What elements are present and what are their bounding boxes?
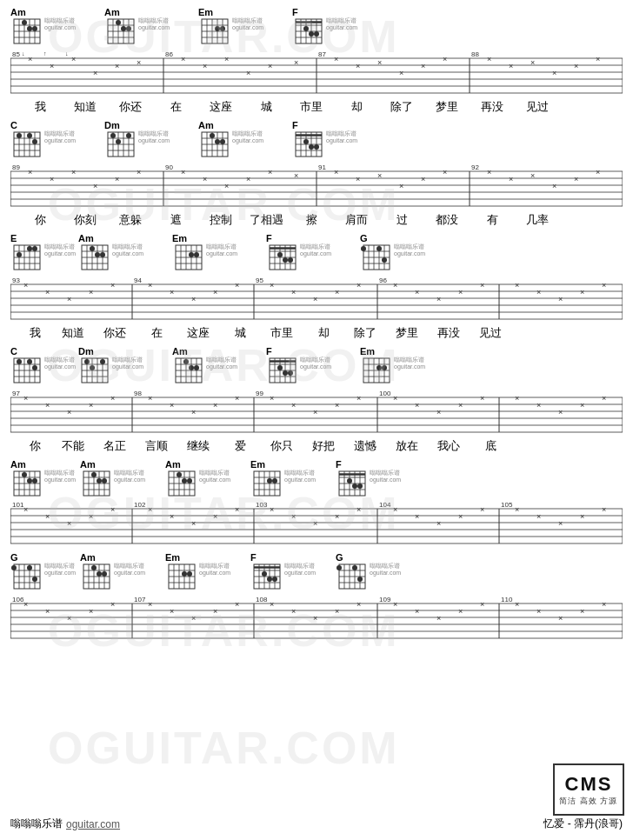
svg-point-468 [27, 565, 32, 570]
svg-point-489 [182, 571, 187, 577]
chord-diagram-em3 [360, 357, 393, 388]
svg-text:×: × [270, 281, 274, 290]
chord-site: 嗡嗡嗡乐谱oguitar.com [284, 470, 316, 484]
svg-text:×: × [509, 175, 513, 183]
chord-label: Am [165, 459, 181, 470]
lyric-char: 再没 [470, 99, 515, 115]
svg-point-19 [116, 20, 121, 25]
chord-site: 嗡嗡嗡乐谱oguitar.com [44, 357, 76, 371]
chord-site: 嗡嗡嗡乐谱oguitar.com [232, 17, 263, 32]
svg-text:×: × [487, 168, 491, 177]
svg-text:98: 98 [134, 390, 142, 397]
svg-text:×: × [294, 171, 298, 180]
lyric-char: 你刻 [63, 212, 108, 228]
lyric-char: 再没 [428, 325, 470, 341]
svg-point-513 [357, 577, 363, 582]
svg-text:87: 87 [318, 50, 326, 58]
svg-text:×: × [170, 607, 174, 616]
svg-text:×: × [421, 175, 425, 183]
tab-staff-5: 101 102 103 104 105 × × × × × × × × × × … [10, 502, 623, 545]
svg-point-211 [277, 252, 283, 257]
lyric-char: 知道 [52, 325, 94, 341]
svg-point-415 [352, 483, 357, 489]
svg-text:×: × [270, 505, 274, 514]
chord-label: C [10, 120, 17, 130]
svg-text:×: × [515, 505, 519, 514]
chord-diagram-g2 [10, 563, 43, 594]
chord-label: Em [172, 233, 187, 243]
svg-text:×: × [399, 182, 403, 190]
chord-label: F [292, 7, 298, 17]
svg-point-490 [187, 571, 192, 577]
svg-point-296 [183, 359, 189, 364]
svg-point-128 [303, 139, 309, 144]
svg-text:×: × [574, 62, 578, 70]
svg-text:×: × [270, 600, 274, 609]
svg-point-276 [32, 365, 37, 370]
svg-point-500 [262, 571, 267, 577]
svg-point-222 [361, 246, 366, 251]
svg-text:×: × [50, 62, 54, 70]
svg-text:×: × [235, 394, 239, 403]
svg-text:×: × [23, 600, 28, 609]
chord-site: 嗡嗡嗡乐谱oguitar.com [199, 563, 230, 577]
chord-label: Em [165, 552, 180, 563]
chord-diagram-g3 [336, 563, 369, 594]
lyric-char: 控制 [198, 212, 243, 228]
svg-point-372 [32, 478, 37, 483]
chord-label: Em [198, 7, 213, 17]
chord-diagram-g [360, 243, 393, 275]
svg-text:×: × [515, 600, 519, 609]
lyrics-row-2: 你 你刻 意躲 遮 控制 了相遇 擦 肩而 过 都没 有 几率 [10, 212, 623, 228]
svg-point-43 [314, 31, 319, 37]
chord-site: 嗡嗡嗡乐谱oguitar.com [394, 357, 425, 371]
svg-text:×: × [596, 55, 600, 63]
svg-text:×: × [137, 168, 141, 177]
svg-text:×: × [393, 505, 397, 514]
svg-text:×: × [235, 281, 239, 290]
chord-site: 嗡嗡嗡乐谱oguitar.com [326, 17, 357, 32]
svg-text:×: × [71, 55, 76, 63]
svg-text:×: × [558, 519, 563, 528]
chord-label: F [336, 459, 342, 470]
lyric-char: 爱 [219, 438, 261, 454]
svg-point-190 [95, 252, 100, 257]
svg-point-200 [189, 252, 194, 257]
svg-text:×: × [536, 401, 541, 410]
svg-text:×: × [335, 288, 339, 297]
chord-label: Dm [78, 346, 94, 357]
svg-text:×: × [415, 607, 419, 616]
footer-site-label: 嗡嗡嗡乐谱 [10, 817, 63, 831]
svg-point-275 [27, 359, 32, 364]
svg-point-129 [309, 144, 314, 150]
svg-text:×: × [181, 55, 185, 63]
lyric-char: 有 [470, 212, 515, 228]
chord-diagram-dm [104, 130, 137, 162]
svg-text:×: × [67, 408, 71, 417]
lyric-char: 见过 [470, 325, 511, 341]
svg-text:×: × [213, 288, 217, 297]
svg-text:107: 107 [134, 596, 146, 603]
svg-text:×: × [436, 519, 441, 528]
svg-text:108: 108 [256, 596, 268, 603]
chord-label: F [266, 346, 272, 357]
lyric-char: 我 [17, 99, 63, 115]
svg-text:×: × [558, 408, 563, 417]
chord-diagram-f4 [266, 357, 299, 388]
svg-text:×: × [415, 401, 419, 410]
lyric-char: 却 [303, 325, 344, 341]
svg-text:×: × [458, 607, 463, 616]
svg-text:×: × [110, 281, 115, 290]
chord-site: 嗡嗡嗡乐谱oguitar.com [206, 243, 237, 258]
chord-site: 嗡嗡嗡乐谱oguitar.com [44, 470, 76, 484]
chord-label: Am [172, 346, 188, 357]
svg-text:↓: ↓ [65, 50, 69, 57]
svg-point-41 [303, 26, 309, 31]
svg-text:×: × [89, 607, 93, 616]
chord-label: Dm [104, 120, 120, 130]
lyrics-row-4: 你 不能 名正 言顺 继续 爱 你只 好把 遗憾 放在 我心 底 [10, 438, 623, 454]
svg-text:×: × [203, 62, 207, 70]
svg-text:×: × [89, 288, 93, 297]
svg-point-31 [220, 26, 225, 31]
svg-text:103: 103 [256, 502, 268, 509]
